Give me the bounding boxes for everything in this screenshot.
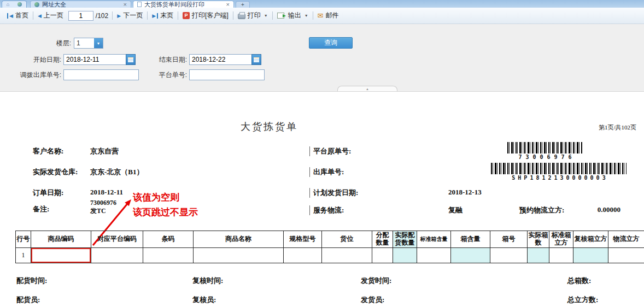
mail-button[interactable]: ✉ 邮件 [315, 9, 342, 22]
first-page-icon: ◀ [7, 13, 13, 19]
table-cell [322, 247, 372, 263]
toolbar-separator [147, 11, 148, 20]
first-page-button[interactable]: ◀ 首页 [4, 9, 31, 22]
pdf-icon: P [183, 12, 190, 19]
plan-date-value: 2018-12-13 [448, 188, 482, 197]
prev-page-button[interactable]: ◀ 上一页 [35, 9, 66, 22]
barcode-bars [507, 142, 583, 154]
print-label: 打印 [248, 11, 261, 20]
export-button[interactable]: 输出 ▼ [274, 9, 311, 22]
table-cell [573, 247, 608, 263]
next-page-icon: ▶ [117, 13, 121, 19]
transfer-no-input[interactable] [63, 69, 139, 80]
header-cell: 商品名称 [194, 231, 284, 248]
last-page-button[interactable]: ▶ 末页 [149, 9, 176, 22]
export-icon [277, 13, 284, 19]
sku-code-cell-highlighted [31, 247, 91, 263]
header-cell: 对应平台编码 [91, 231, 143, 248]
warehouse-label: 实际发货仓库: [33, 167, 78, 177]
outbound-label: 出库单号: [309, 167, 344, 177]
platform-no-label: 平台单号: [138, 69, 187, 80]
table-cell [372, 247, 393, 263]
barcode-text: 73006976 [507, 154, 583, 160]
start-date-input[interactable] [63, 54, 126, 65]
end-date-field [189, 54, 261, 65]
toolbar-separator [112, 11, 113, 20]
next-page-button[interactable]: ▶ 下一页 [114, 9, 145, 22]
tab-favorites[interactable]: 网址大全 × [30, 1, 131, 8]
next-page-label: 下一页 [123, 11, 143, 20]
globe-icon [17, 2, 22, 7]
close-icon[interactable]: × [124, 1, 127, 8]
customer-label: 客户名称: [33, 146, 63, 156]
toolbar-separator [33, 11, 33, 20]
search-button[interactable]: 查询 [309, 37, 353, 49]
table-cell [549, 247, 573, 263]
header-cell: 复核箱立方 [573, 231, 608, 248]
barcode-bars [491, 163, 627, 174]
collapse-panel-handle[interactable]: ▲ [337, 86, 397, 91]
printer-icon [238, 14, 245, 19]
last-page-icon: ▶ [152, 13, 158, 19]
header-cell: 分配数量 [372, 231, 393, 248]
toolbar-separator [313, 11, 313, 20]
document-area: 大货拣货单 第1页/共102页 客户名称: 京东自营 实际发货仓库: 京东-北京… [0, 92, 644, 307]
header-cell: 实际箱数 [528, 231, 549, 248]
remark-line2: 发TC [90, 207, 116, 215]
calendar-icon[interactable] [126, 54, 136, 65]
page-number-input[interactable] [68, 11, 93, 21]
floor-select[interactable]: 1 ▼ [74, 38, 103, 49]
barcode-platform-order: 73006976 [507, 142, 583, 160]
caret-down-icon[interactable]: ▼ [94, 38, 103, 48]
table-cell [417, 247, 451, 263]
print-client-button[interactable]: P 打印[客户端] [180, 9, 231, 22]
filter-panel: 楼层: 1 ▼ 查询 开始日期: 结束日期: 调拨出库单号: 平台单号: ▲ [0, 24, 644, 92]
platform-order-label: 平台原单号: [309, 146, 351, 156]
close-icon[interactable]: × [226, 1, 230, 8]
remark-value: 73006976 发TC [90, 199, 116, 215]
calendar-glyph [128, 57, 133, 62]
header-cell: 条码 [143, 231, 194, 248]
total-cubic-label: 总立方数: [567, 295, 598, 305]
page-indicator: 第1页/共102页 [599, 123, 636, 132]
remark-line1: 73006976 [90, 199, 116, 207]
header-cell: 行号 [16, 231, 31, 248]
calendar-glyph [254, 57, 259, 62]
picker-label: 配货员: [16, 295, 40, 305]
barcode-text: SHP1812130000003 [491, 175, 627, 181]
browser-nav-buttons[interactable]: ⌂ [2, 1, 27, 8]
toolbar-separator [272, 11, 273, 20]
new-tab-button[interactable]: + [236, 1, 250, 8]
header-cell: 标准箱含量 [417, 231, 451, 248]
transfer-no-label: 调拨出库单号: [12, 69, 61, 80]
toolbar-separator [178, 11, 178, 20]
caret-up-icon: ▲ [366, 87, 369, 91]
shipper-label: 发货员: [361, 295, 384, 305]
print-client-label: 打印[客户端] [192, 11, 229, 20]
table-cell [91, 247, 143, 263]
service-logistics-label: 服务物流: [309, 205, 344, 215]
reserve-cubic-value: 0.00000 [588, 205, 620, 214]
table-cell [393, 247, 417, 263]
print-button[interactable]: 打印 ▼ [235, 9, 271, 22]
export-label: 输出 [288, 11, 301, 20]
floor-label: 楼层: [22, 38, 71, 49]
table-header-row: 行号 商品编码 对应平台编码 条码 商品名称 规格型号 货位 分配数量 实际配货… [16, 231, 644, 248]
toolbar-separator [233, 11, 233, 20]
pick-time-label: 配货时间: [16, 276, 47, 286]
globe-icon [34, 2, 39, 7]
remark-label: 备注: [33, 204, 49, 214]
pager-toolbar: ◀ 首页 ◀ 上一页 /102 ▶ 下一页 ▶ 末页 P 打印[客户端] 打印 … [0, 8, 644, 24]
end-date-input[interactable] [189, 54, 251, 65]
start-date-field [63, 54, 136, 65]
calendar-icon[interactable] [251, 54, 261, 65]
header-cell: 货位 [322, 231, 372, 248]
table-cell [490, 247, 528, 263]
table-cell [194, 247, 284, 263]
tab-picking-print[interactable]: 大货拣货单时间段打印 × [133, 1, 234, 8]
page-icon [137, 2, 142, 7]
table-row: 1 [16, 247, 644, 263]
barcode-outbound-order: SHP1812130000003 [491, 163, 627, 181]
caret-down-icon: ▼ [264, 14, 268, 17]
platform-no-input[interactable] [189, 69, 265, 80]
